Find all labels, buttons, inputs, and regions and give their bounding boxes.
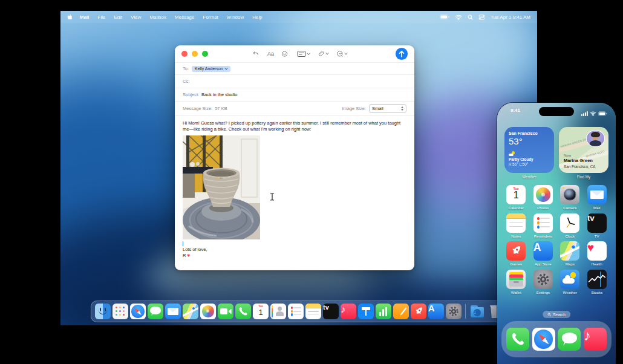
iphone-app-wallet[interactable]: Wallet (503, 270, 530, 298)
music-icon[interactable]: ♪ (341, 304, 356, 319)
camera-icon[interactable] (560, 185, 579, 204)
settings-icon[interactable] (533, 270, 553, 289)
messages-icon[interactable] (558, 328, 581, 351)
pages-icon[interactable] (393, 304, 409, 319)
maps-icon[interactable] (183, 304, 198, 319)
menu-file[interactable]: File (98, 15, 106, 20)
iphone-app-notes[interactable]: Notes (503, 213, 530, 242)
iphone-app-photos[interactable]: Photos (530, 185, 557, 213)
iphone-app-mail[interactable]: Mail (584, 185, 611, 213)
minimize-window-button[interactable] (192, 51, 198, 57)
close-window-button[interactable] (181, 51, 188, 57)
reminders-icon[interactable] (288, 304, 304, 319)
menu-window[interactable]: Window (227, 15, 244, 20)
launchpad-icon[interactable] (113, 304, 128, 319)
attach-button[interactable] (318, 50, 328, 57)
iphone-app-settings[interactable]: Settings (530, 270, 557, 298)
phone-icon[interactable] (235, 304, 251, 319)
zoom-window-button[interactable] (202, 51, 208, 57)
phone-icon[interactable] (506, 328, 529, 351)
photos-icon[interactable] (533, 185, 553, 204)
finder-icon[interactable] (95, 304, 111, 319)
iphone-app-games[interactable]: Games (503, 241, 530, 270)
iphone-app-tv[interactable]: tvTV (584, 213, 611, 242)
compose-toolbar: Aa (175, 45, 414, 62)
menu-help[interactable]: Help (252, 15, 262, 20)
menu-view[interactable]: View (131, 15, 141, 20)
calendar-icon[interactable]: Tue1 (253, 304, 269, 319)
spotlight-search-icon[interactable] (468, 15, 473, 20)
iphone-app-weather[interactable]: Weather (556, 270, 584, 298)
subject-field[interactable]: Subject: Back in the studio (175, 88, 414, 101)
app-label: Photos (537, 206, 549, 210)
iphone-app-health[interactable]: ♥Health (584, 241, 611, 270)
send-button[interactable] (395, 47, 408, 60)
iphone-search-pill[interactable]: Search (543, 311, 570, 318)
weather-widget[interactable]: San Francisco 53° Partly Cloudy H:56° L:… (504, 127, 554, 173)
tv-icon[interactable]: tv (587, 213, 607, 233)
health-icon[interactable]: ♥ (587, 241, 607, 261)
clock-icon[interactable] (560, 213, 579, 233)
iphone-app-camera[interactable]: Camera (556, 185, 584, 213)
tv-icon[interactable]: tv (323, 304, 339, 319)
notes-icon[interactable] (506, 213, 526, 233)
safari-icon[interactable] (130, 304, 146, 319)
menu-bar-clock[interactable]: Tue Apr 1 9:41 AM (491, 15, 530, 20)
games-icon[interactable] (506, 241, 526, 261)
control-center-icon[interactable] (478, 15, 485, 20)
iphone-app-calendar[interactable]: Tue1Calendar (503, 185, 530, 213)
menu-edit[interactable]: Edit (114, 15, 122, 20)
appstore-icon[interactable]: A (428, 304, 444, 319)
stocks-icon[interactable] (587, 270, 607, 289)
keynote-icon[interactable] (358, 304, 374, 319)
iphone-app-reminders[interactable]: Reminders (530, 213, 557, 242)
findmy-widget[interactable]: MARINA GREEN DR MARINA BLVD Now Marina G… (559, 127, 608, 173)
header-fields-button[interactable] (297, 51, 310, 57)
iphone-app-stocks[interactable]: Stocks (584, 270, 611, 298)
calendar-icon[interactable]: Tue1 (506, 185, 526, 204)
to-field[interactable]: To: Kelly Anderson (175, 62, 414, 74)
recipient-token[interactable]: Kelly Anderson (192, 66, 230, 72)
iphone-app-clock[interactable]: Clock (556, 213, 584, 242)
menu-mailbox[interactable]: Mailbox (149, 15, 166, 20)
contacts-icon[interactable] (270, 304, 286, 319)
downloads-icon[interactable]: ↓ (469, 304, 485, 319)
settings-icon[interactable] (446, 304, 462, 319)
numbers-icon[interactable] (376, 304, 391, 319)
iphone-app-maps[interactable]: Maps (556, 241, 584, 270)
messages-icon[interactable] (148, 304, 163, 319)
insert-media-button[interactable] (336, 50, 347, 57)
weather-icon[interactable] (560, 270, 579, 289)
wifi-icon[interactable] (455, 15, 462, 20)
apple-menu-icon[interactable] (67, 14, 73, 21)
emoji-button[interactable] (281, 51, 288, 57)
menu-message[interactable]: Message (175, 15, 194, 20)
undo-button[interactable] (252, 50, 259, 57)
menu-format[interactable]: Format (203, 15, 218, 20)
safari-icon[interactable] (532, 328, 555, 351)
games-icon[interactable] (411, 304, 426, 319)
message-body[interactable]: Hi Mom! Guess what? I picked up pottery … (175, 115, 414, 259)
weather-condition: Partly Cloudy (509, 157, 550, 161)
image-size-select[interactable]: Small (369, 104, 406, 113)
iphone-app-appstore[interactable]: AApp Store (530, 241, 557, 270)
memoji-avatar (586, 130, 605, 148)
cc-field[interactable]: Cc: (175, 74, 414, 88)
appstore-icon[interactable]: A (533, 241, 553, 261)
photos-icon[interactable] (200, 304, 216, 319)
app-label: Clock (566, 234, 575, 238)
reminders-icon[interactable] (533, 213, 553, 233)
chevron-down-icon (325, 51, 329, 55)
mail-icon[interactable] (165, 304, 181, 319)
battery-icon[interactable] (440, 15, 449, 19)
music-icon[interactable]: ♪ (584, 328, 607, 351)
notes-icon[interactable] (305, 304, 321, 319)
attached-photo[interactable] (183, 135, 260, 239)
facetime-icon[interactable] (218, 304, 233, 319)
maps-icon[interactable] (560, 241, 579, 261)
cellular-signal-icon (581, 108, 588, 119)
mail-icon[interactable] (587, 185, 607, 204)
wallet-icon[interactable] (506, 270, 526, 289)
menu-mail[interactable]: Mail (80, 15, 90, 20)
format-button[interactable]: Aa (267, 51, 274, 57)
